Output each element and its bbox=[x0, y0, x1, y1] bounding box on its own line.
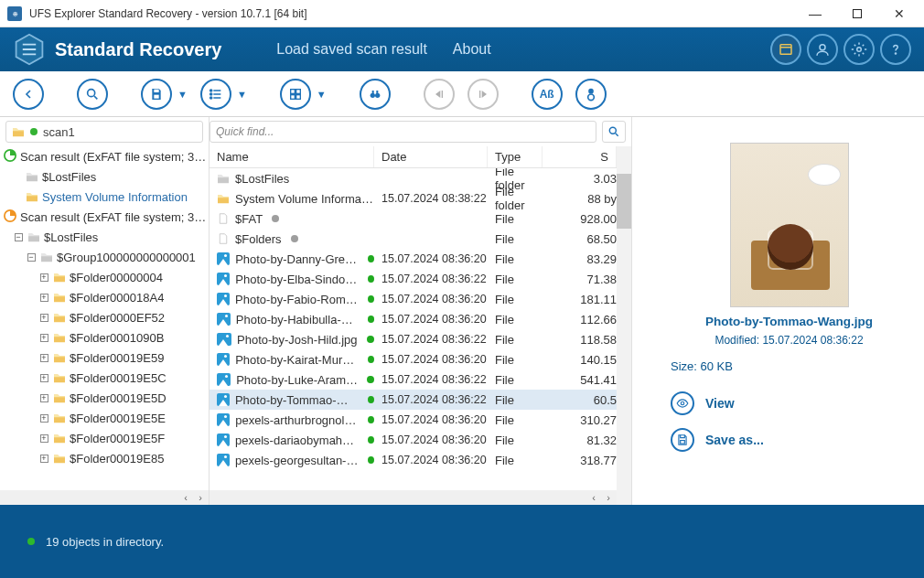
image-icon bbox=[217, 252, 230, 265]
tree-item[interactable]: +$Folder00019E5D bbox=[0, 388, 209, 408]
file-row[interactable]: Photo-by-Luke-Aram.jpg 15.07.2024 08:36:… bbox=[210, 369, 617, 390]
col-size[interactable]: S bbox=[543, 146, 617, 167]
expand-icon[interactable]: + bbox=[38, 434, 49, 443]
col-name[interactable]: Name bbox=[210, 146, 374, 167]
toolbar: ▼ ▼ ▼ Aß bbox=[0, 71, 924, 117]
hscrollbar[interactable]: ‹› bbox=[210, 490, 617, 505]
file-row[interactable]: pexels-arthurbrognoli-24... 15.07.2024 0… bbox=[210, 410, 617, 430]
expand-icon[interactable]: + bbox=[38, 374, 49, 382]
svg-point-15 bbox=[370, 92, 374, 97]
tree-item[interactable]: +$Folder0000EF52 bbox=[0, 307, 209, 327]
header-help-icon[interactable] bbox=[880, 34, 911, 65]
list-options-button[interactable] bbox=[200, 79, 231, 110]
tree-item[interactable]: +$Folder00019E59 bbox=[0, 348, 209, 368]
tree-item[interactable]: +$Folder0001090B bbox=[0, 327, 209, 348]
status-bar: 19 objects in directory. bbox=[0, 505, 924, 578]
step-back-button[interactable] bbox=[424, 79, 455, 110]
header-user-icon[interactable] bbox=[807, 34, 838, 65]
expand-icon[interactable]: + bbox=[38, 314, 49, 322]
file-row[interactable]: Photo-by-Fabio-Romano... 15.07.2024 08:3… bbox=[210, 289, 617, 309]
file-row[interactable]: $FAT File 928.00 bbox=[210, 209, 617, 229]
binoculars-button[interactable] bbox=[360, 79, 391, 110]
header: Standard Recovery Load saved scan result… bbox=[0, 27, 924, 71]
image-icon bbox=[217, 373, 231, 386]
back-button[interactable] bbox=[13, 79, 44, 110]
close-button[interactable]: ✕ bbox=[878, 1, 920, 27]
status-dot-icon bbox=[291, 235, 298, 242]
expand-icon[interactable]: + bbox=[38, 455, 49, 463]
expand-icon[interactable]: + bbox=[38, 294, 49, 302]
app-icon: ⎈ bbox=[7, 6, 22, 21]
folder-tree[interactable]: Scan result (ExFAT file system; 3.03 GB)… bbox=[0, 146, 209, 505]
titlebar: ⎈ UFS Explorer Standard Recovery - versi… bbox=[0, 0, 924, 27]
tree-item[interactable]: +$Folder00019E5C bbox=[0, 368, 209, 388]
file-row[interactable]: $LostFiles File folder 3.03 bbox=[210, 168, 617, 188]
header-settings-icon[interactable] bbox=[843, 34, 875, 65]
file-row[interactable]: Photo-by-Habibulla-K.jpg 15.07.2024 08:3… bbox=[210, 309, 617, 329]
svg-rect-11 bbox=[290, 89, 295, 93]
folder-icon bbox=[12, 126, 25, 137]
window-title: UFS Explorer Standard Recovery - version… bbox=[29, 7, 306, 20]
maximize-button[interactable] bbox=[836, 1, 878, 27]
list-dropdown-caret[interactable]: ▼ bbox=[237, 89, 247, 100]
disk-icon bbox=[671, 428, 694, 452]
svg-rect-14 bbox=[295, 94, 300, 99]
file-row[interactable]: pexels-dariaobymaha-16... 15.07.2024 08:… bbox=[210, 430, 617, 450]
col-type[interactable]: Type bbox=[488, 146, 543, 167]
collapse-icon[interactable]: − bbox=[26, 253, 37, 262]
file-row[interactable]: Photo-by-Kairat-Muratali... 15.07.2024 0… bbox=[210, 349, 617, 369]
tree-item[interactable]: −$Group100000000000001 bbox=[0, 247, 209, 267]
tree-item[interactable]: +$Folder00019E85 bbox=[0, 448, 209, 468]
path-input[interactable]: scan1 bbox=[5, 121, 203, 143]
grid-dropdown-caret[interactable]: ▼ bbox=[317, 89, 327, 100]
tree-item[interactable]: System Volume Information bbox=[0, 187, 209, 207]
step-forward-button[interactable] bbox=[467, 79, 499, 110]
tree-scan2[interactable]: Scan result (ExFAT file system; 3.19 GB) bbox=[0, 207, 209, 227]
file-row[interactable]: Photo-by-Elba-Sindoni.jpg 15.07.2024 08:… bbox=[210, 269, 617, 289]
status-dot-icon bbox=[367, 376, 374, 383]
collapse-icon[interactable]: − bbox=[13, 233, 24, 241]
tree-item[interactable]: +$Folder00019E5E bbox=[0, 408, 209, 428]
menu-load-scan[interactable]: Load saved scan result bbox=[276, 41, 427, 58]
expand-icon[interactable]: + bbox=[38, 334, 49, 342]
svg-rect-6 bbox=[154, 89, 158, 91]
file-row[interactable]: System Volume Information 15.07.2024 08:… bbox=[210, 188, 617, 209]
tree-item[interactable]: −$LostFiles bbox=[0, 227, 209, 247]
user-filter-button[interactable] bbox=[575, 79, 607, 110]
saveas-action[interactable]: Save as... bbox=[671, 428, 908, 452]
save-disk-button[interactable] bbox=[141, 79, 172, 110]
tree-item[interactable]: +$Folder00000004 bbox=[0, 267, 209, 287]
header-save-icon[interactable] bbox=[770, 34, 801, 65]
tree-item[interactable]: $LostFiles bbox=[0, 166, 209, 187]
search-button[interactable] bbox=[77, 79, 108, 110]
tree-item[interactable]: +$Folder000018A4 bbox=[0, 287, 209, 307]
tree-item[interactable]: +$Folder00019E5F bbox=[0, 428, 209, 448]
expand-icon[interactable]: + bbox=[38, 394, 49, 402]
file-row[interactable]: Photo-by-Danny-Greenb... 15.07.2024 08:3… bbox=[210, 249, 617, 269]
tree-hscroll[interactable]: ‹› bbox=[0, 490, 209, 505]
file-list[interactable]: $LostFiles File folder 3.03 System Volum… bbox=[210, 168, 617, 490]
grid-view-button[interactable] bbox=[280, 79, 311, 110]
save-dropdown-caret[interactable]: ▼ bbox=[177, 89, 188, 100]
expand-icon[interactable]: + bbox=[38, 414, 49, 423]
file-row[interactable]: Photo-by-Tommao-Wang... 15.07.2024 08:36… bbox=[210, 390, 617, 410]
status-dot-icon bbox=[368, 275, 374, 283]
font-encoding-button[interactable]: Aß bbox=[532, 79, 563, 110]
status-dot-icon bbox=[368, 416, 374, 423]
quick-find-button[interactable] bbox=[602, 121, 626, 143]
quick-find-input[interactable]: Quick find... bbox=[210, 121, 596, 143]
col-date[interactable]: Date bbox=[374, 146, 488, 167]
expand-icon[interactable]: + bbox=[38, 354, 49, 362]
file-row[interactable]: Photo-by-Josh-Hild.jpg 15.07.2024 08:36:… bbox=[210, 329, 617, 349]
svg-rect-18 bbox=[376, 91, 378, 93]
minimize-button[interactable]: — bbox=[794, 1, 836, 27]
status-dot-icon bbox=[368, 436, 374, 444]
file-row[interactable]: pexels-georgesultan-140... 15.07.2024 08… bbox=[210, 450, 617, 470]
view-action[interactable]: View bbox=[671, 391, 908, 415]
vscrollbar[interactable] bbox=[617, 146, 631, 505]
file-row[interactable]: $Folders File 68.50 bbox=[210, 229, 617, 249]
menu-about[interactable]: About bbox=[453, 41, 491, 58]
tree-scan1[interactable]: Scan result (ExFAT file system; 3.03 GB) bbox=[0, 146, 209, 166]
svg-rect-13 bbox=[290, 94, 295, 99]
expand-icon[interactable]: + bbox=[38, 273, 49, 282]
